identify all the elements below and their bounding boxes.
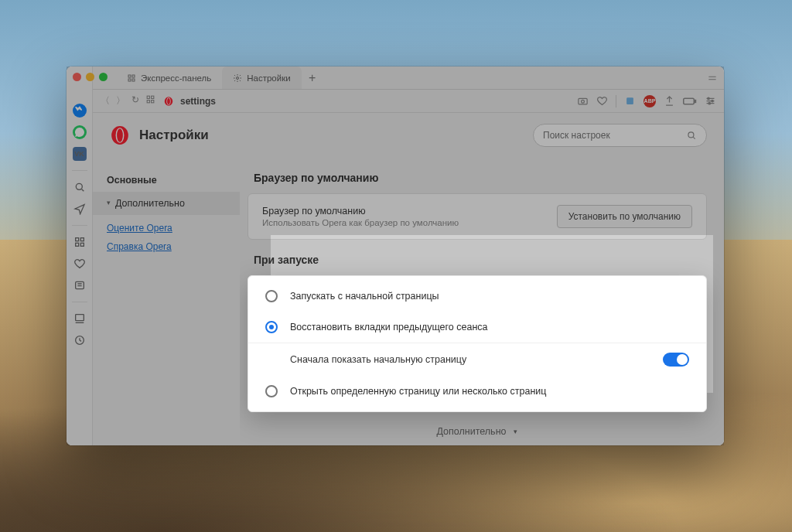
- share-icon[interactable]: [664, 95, 675, 107]
- snapshot-icon[interactable]: [577, 95, 589, 107]
- svg-rect-8: [128, 75, 131, 77]
- svg-rect-2: [80, 238, 84, 241]
- radio-icon: [265, 321, 278, 333]
- help-opera-link[interactable]: Справка Opera: [107, 241, 226, 252]
- radio-label: Открыть определенную страницу или нескол…: [290, 386, 546, 397]
- svg-rect-1: [75, 238, 78, 241]
- heart-icon[interactable]: [73, 257, 87, 271]
- easy-setup-icon[interactable]: [705, 95, 716, 107]
- startup-card: Запускать с начальной страницы Восстанов…: [248, 275, 707, 412]
- sub-label: Сначала показать начальную страницу: [290, 354, 654, 365]
- section-heading-startup: При запуске: [254, 254, 707, 266]
- svg-rect-11: [132, 79, 135, 81]
- battery-icon[interactable]: [683, 97, 697, 106]
- history-icon[interactable]: [73, 333, 87, 347]
- tab-settings[interactable]: Настройки: [222, 66, 301, 89]
- news-icon[interactable]: [73, 278, 87, 292]
- new-tab-button[interactable]: +: [302, 66, 323, 89]
- default-browser-subtitle: Использовать Opera как браузер по умолча…: [262, 218, 546, 227]
- radio-label: Восстановить вкладки предыдущего сеанса: [290, 322, 488, 332]
- address-text: settings: [180, 96, 216, 107]
- heart-icon[interactable]: [596, 95, 608, 107]
- browser-window: VK Экспресс-панель Настройки +: [67, 66, 724, 445]
- svg-rect-16: [152, 101, 154, 103]
- svg-point-19: [167, 97, 170, 104]
- speed-dial-button[interactable]: [145, 94, 155, 107]
- tab-speed-dial[interactable]: Экспресс-панель: [116, 66, 222, 89]
- svg-point-12: [237, 77, 239, 79]
- page-title: Настройки: [139, 128, 209, 143]
- search-icon: [686, 130, 697, 141]
- svg-rect-23: [684, 98, 695, 104]
- svg-rect-10: [128, 79, 131, 81]
- opera-icon: [163, 96, 174, 107]
- messenger-icon[interactable]: [73, 104, 87, 118]
- radio-icon: [265, 385, 278, 397]
- gallery-icon[interactable]: [73, 312, 87, 326]
- svg-point-27: [708, 102, 711, 104]
- svg-rect-13: [147, 96, 149, 98]
- sidebar-links: Оцените Opera Справка Opera: [93, 215, 240, 260]
- tabs-menu-icon[interactable]: [707, 66, 718, 89]
- svg-rect-22: [626, 97, 633, 104]
- extension-icon[interactable]: [624, 95, 636, 107]
- activity-sidebar: VK: [67, 66, 93, 445]
- svg-rect-15: [147, 101, 149, 103]
- sidebar-separator: [72, 170, 87, 171]
- startup-option-restore-tabs[interactable]: Восстановить вкладки предыдущего сеанса: [248, 312, 706, 343]
- adblock-icon[interactable]: ABP: [644, 95, 656, 107]
- sidebar-item-advanced[interactable]: Дополнительно: [93, 192, 240, 215]
- maximize-window-button[interactable]: [99, 73, 108, 81]
- sidebar-separator: [72, 225, 87, 226]
- rate-opera-link[interactable]: Оцените Opera: [107, 223, 226, 234]
- default-browser-card: Браузер по умолчанию Использовать Opera …: [248, 193, 707, 240]
- close-window-button[interactable]: [73, 73, 81, 81]
- main-area: Экспресс-панель Настройки + 〈 〉 ↻ settin…: [93, 66, 724, 445]
- grid-icon[interactable]: [73, 235, 87, 249]
- svg-point-31: [688, 132, 694, 138]
- grid-icon: [127, 73, 136, 83]
- vk-icon[interactable]: VK: [73, 147, 87, 161]
- gear-icon: [233, 73, 242, 83]
- reload-button[interactable]: ↻: [131, 94, 139, 107]
- search-icon[interactable]: [73, 180, 87, 194]
- startup-option-specific-pages[interactable]: Открыть определенную страницу или нескол…: [248, 376, 706, 407]
- startup-sub-show-start-first: Сначала показать начальную страницу: [248, 343, 706, 376]
- minimize-window-button[interactable]: [86, 73, 94, 81]
- section-heading-default: Браузер по умолчанию: [254, 172, 707, 184]
- svg-point-26: [712, 100, 714, 102]
- radio-label: Запускать с начальной страницы: [290, 291, 439, 302]
- svg-rect-20: [579, 98, 587, 104]
- svg-point-0: [76, 183, 82, 189]
- more-label: Дополнительно: [437, 426, 507, 437]
- tab-strip: Экспресс-панель Настройки +: [93, 66, 724, 90]
- svg-rect-14: [152, 96, 154, 98]
- chevron-down-icon: ▾: [514, 428, 517, 435]
- radio-icon: [265, 290, 278, 302]
- settings-body: Основные Дополнительно Оцените Opera Спр…: [93, 158, 724, 445]
- svg-point-21: [582, 100, 585, 103]
- sidebar-separator: [72, 302, 87, 302]
- settings-search[interactable]: [533, 124, 707, 147]
- whatsapp-icon[interactable]: [73, 125, 87, 139]
- address-bar[interactable]: settings: [163, 96, 216, 107]
- nav-toolbar: 〈 〉 ↻ settings ABP: [93, 90, 724, 113]
- settings-sidebar: Основные Дополнительно Оцените Opera Спр…: [93, 158, 240, 445]
- separator: [616, 95, 616, 107]
- startup-option-start-page[interactable]: Запускать с начальной страницы: [248, 281, 706, 312]
- opera-logo-icon: [110, 125, 130, 145]
- search-input[interactable]: [543, 130, 680, 141]
- default-browser-title: Браузер по умолчанию: [262, 206, 546, 217]
- more-settings-toggle[interactable]: Дополнительно ▾: [248, 426, 707, 437]
- tab-label: Экспресс-панель: [141, 73, 211, 83]
- svg-point-30: [117, 128, 123, 142]
- tab-label: Настройки: [247, 73, 290, 83]
- toggle-switch[interactable]: [663, 353, 689, 367]
- back-button[interactable]: 〈: [101, 94, 110, 107]
- set-default-button[interactable]: Установить по умолчанию: [557, 205, 692, 228]
- svg-rect-4: [80, 243, 84, 246]
- window-controls: [73, 73, 108, 81]
- sidebar-item-basic[interactable]: Основные: [93, 169, 240, 192]
- send-icon[interactable]: [73, 202, 87, 216]
- forward-button[interactable]: 〉: [116, 94, 125, 107]
